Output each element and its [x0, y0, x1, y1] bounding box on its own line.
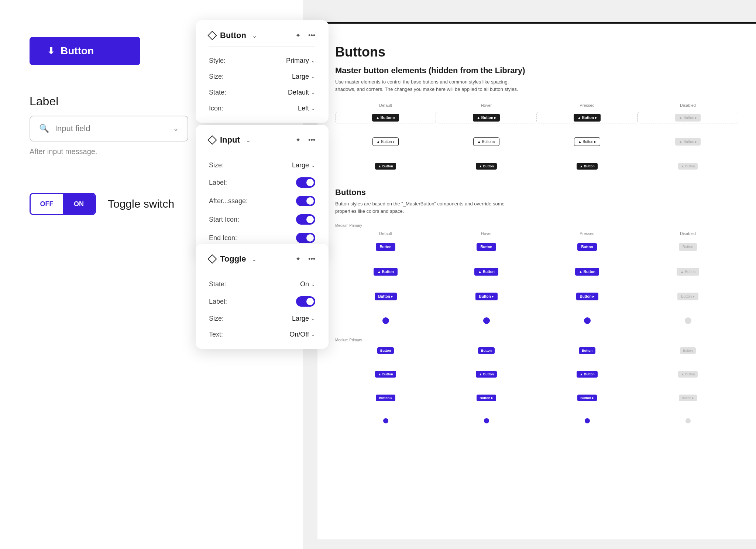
- medium-primary-chevron-default[interactable]: Button ▸: [376, 395, 395, 401]
- medium-primary-chevron-hover[interactable]: Button ▸: [477, 395, 496, 401]
- medium-primary-icon-pressed[interactable]: ▲ Button: [577, 371, 597, 378]
- mini-button-pressed[interactable]: ▲ Button ▸: [574, 114, 601, 122]
- medium-primary-icon-default[interactable]: ▲ Button: [375, 371, 396, 378]
- primary-button-pressed[interactable]: Button: [577, 243, 597, 251]
- size-chevron-icon: ⌄: [311, 74, 315, 79]
- toggle-size-row: Size: Large ⌄: [209, 315, 315, 323]
- button-panel-title: Button: [220, 31, 246, 40]
- col2-pressed: Pressed: [537, 230, 638, 237]
- mini-button-outline-pressed[interactable]: ▲ Button ▸: [574, 137, 600, 146]
- style-chevron-icon: ⌄: [311, 58, 315, 64]
- move-icon[interactable]: ✦: [295, 136, 301, 144]
- toggle-on-option[interactable]: ON: [63, 194, 95, 214]
- primary-icon-button-hover[interactable]: ▲ Button: [474, 268, 498, 276]
- label-toggle[interactable]: [296, 296, 315, 307]
- starticon-toggle[interactable]: [296, 214, 315, 225]
- size-label: Size:: [209, 315, 224, 323]
- buttons-title-section: Buttons: [335, 44, 738, 60]
- mini-button-hover[interactable]: ▲ Button ▸: [473, 114, 500, 122]
- mini-button-sm-default[interactable]: ▲ Button: [375, 163, 396, 170]
- state-value[interactable]: Default ⌄: [288, 89, 315, 96]
- size-value[interactable]: Large ⌄: [292, 161, 315, 169]
- input-panel-card: Input ⌄ ✦ ••• Size: Large ⌄ Label: After…: [196, 125, 329, 253]
- mini-button-sm-hover[interactable]: ▲ Button: [476, 163, 496, 170]
- mini-button-disabled: ▲ Button ▸: [675, 114, 701, 122]
- right-panel: Buttons Master button elements (hidden f…: [303, 0, 756, 549]
- primary-icon-button-pressed[interactable]: ▲ Button: [575, 268, 599, 276]
- primary-button-disabled: Button: [679, 243, 697, 251]
- primary-chevron-default: Button ▸: [335, 290, 436, 303]
- size-label: Size:: [209, 161, 224, 169]
- medium-primary-default[interactable]: Button: [377, 347, 394, 354]
- circle2-default: [335, 415, 436, 426]
- primary-chevron-button-hover[interactable]: Button ▸: [475, 293, 498, 300]
- more-icon[interactable]: •••: [308, 255, 315, 263]
- endicon-toggle[interactable]: [296, 233, 315, 243]
- mini-button-outline-default[interactable]: ▲ Button ▸: [372, 137, 399, 146]
- demo-button[interactable]: ⬇ Button: [30, 37, 140, 65]
- col2-default: Default: [335, 230, 436, 237]
- medium-primary-icon-disabled: ▲ Button: [678, 371, 698, 378]
- input-panel-actions: ✦ •••: [295, 136, 315, 144]
- mp2-disabled: ▲ Button: [638, 368, 738, 381]
- primary-chevron-button-pressed[interactable]: Button ▸: [576, 293, 598, 300]
- mp-pressed: Button: [537, 344, 638, 357]
- circle-button-hover[interactable]: [483, 317, 490, 324]
- state-chevron-icon: ⌄: [311, 282, 315, 287]
- medium-primary-pressed[interactable]: Button: [579, 347, 595, 354]
- more-icon[interactable]: •••: [308, 32, 315, 40]
- circle-button-default[interactable]: [382, 317, 389, 324]
- circle-btn-grid-2: [335, 415, 738, 426]
- btn-cell-outline-disabled: ▲ Button ▸: [638, 134, 738, 149]
- toggle-off-option[interactable]: OFF: [31, 194, 63, 214]
- primary-icon-button-default[interactable]: ▲ Button: [374, 268, 398, 276]
- button-panel-header: Button ⌄ ✦ •••: [209, 31, 315, 47]
- medium-primary-chevron-pressed[interactable]: Button ▸: [577, 395, 597, 401]
- more-icon[interactable]: •••: [308, 136, 315, 144]
- primary-icon-pressed: ▲ Button: [537, 265, 638, 279]
- circle-btn2-default[interactable]: [383, 418, 388, 423]
- size-value[interactable]: Large ⌄: [292, 315, 315, 323]
- size-value[interactable]: Large ⌄: [292, 73, 315, 81]
- circle-btn2-pressed[interactable]: [585, 418, 590, 423]
- toggle-title-chevron-icon[interactable]: ⌄: [252, 256, 257, 263]
- state-label: State:: [209, 280, 226, 288]
- primary-button-default[interactable]: Button: [376, 243, 395, 251]
- circle-btn2-hover[interactable]: [484, 418, 489, 423]
- mp2-hover: ▲ Button: [436, 368, 537, 381]
- starticon-label: Start Icon:: [209, 216, 239, 224]
- state-value[interactable]: On ⌄: [300, 280, 315, 288]
- size-chevron-icon: ⌄: [311, 163, 315, 168]
- mini-button-default[interactable]: ▲ Button ▸: [372, 114, 399, 122]
- toggle-state-row: State: On ⌄: [209, 280, 315, 288]
- circle-button-pressed[interactable]: [584, 317, 591, 324]
- toggle-switch[interactable]: OFF ON: [30, 193, 96, 215]
- primary-button-hover[interactable]: Button: [477, 243, 496, 251]
- diamond-icon: [207, 135, 217, 144]
- btn-cell-sm-pressed: ▲ Button: [537, 160, 638, 173]
- input-wrapper[interactable]: 🔍 ⌄: [30, 116, 188, 141]
- move-icon[interactable]: ✦: [295, 255, 301, 263]
- mini-button-outline-hover[interactable]: ▲ Button ▸: [473, 137, 499, 146]
- icon-value[interactable]: Left ⌄: [298, 105, 315, 112]
- search-input[interactable]: [55, 124, 167, 133]
- master-section: Master button elements (hidden from the …: [335, 66, 738, 93]
- divider: [335, 180, 738, 180]
- button-title-chevron-icon[interactable]: ⌄: [252, 32, 257, 39]
- label-toggle[interactable]: [296, 177, 315, 188]
- text-value[interactable]: On/Off ⌄: [289, 331, 315, 338]
- mini-button-sm-pressed[interactable]: ▲ Button: [577, 163, 597, 170]
- medium-primary-icon-hover[interactable]: ▲ Button: [476, 371, 496, 378]
- label-label: Label:: [209, 179, 227, 187]
- medium-primary-grid-row1: Button Button Button Button: [335, 344, 738, 357]
- input-title-chevron-icon[interactable]: ⌄: [246, 137, 251, 144]
- primary-grid-row2: ▲ Button ▲ Button ▲ Button ▲ Button: [335, 265, 738, 279]
- style-value[interactable]: Primary ⌄: [286, 57, 315, 65]
- medium-primary-hover[interactable]: Button: [478, 347, 495, 354]
- primary-chevron-button-default[interactable]: Button ▸: [375, 293, 397, 300]
- toggle-description: Toggle switch: [108, 198, 174, 210]
- move-icon[interactable]: ✦: [295, 31, 301, 40]
- button-panel-actions: ✦ •••: [295, 31, 315, 40]
- aftermsg-toggle[interactable]: [296, 196, 315, 206]
- diamond-icon: [207, 31, 217, 40]
